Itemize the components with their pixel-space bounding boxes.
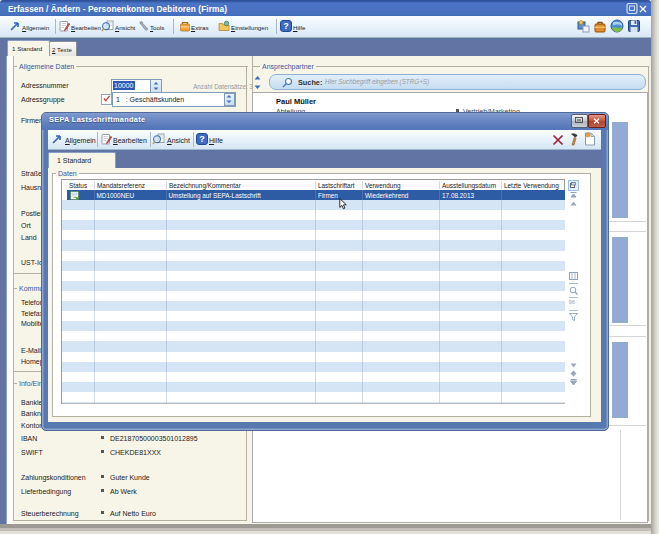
- svg-text:?: ?: [283, 21, 289, 31]
- svg-text:?: ?: [199, 134, 205, 144]
